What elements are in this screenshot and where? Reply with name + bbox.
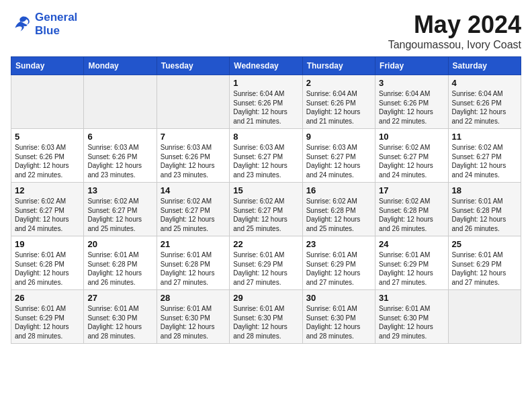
day-number: 22 [233,239,298,249]
day-number: 23 [306,239,371,249]
calendar-cell: 22Sunrise: 6:01 AM Sunset: 6:29 PM Dayli… [230,236,302,290]
day-info: Sunrise: 6:01 AM Sunset: 6:28 PM Dayligh… [161,250,226,287]
calendar-cell: 24Sunrise: 6:01 AM Sunset: 6:29 PM Dayli… [375,236,448,290]
page-header: General Blue May 2024 Tangoumassou, Ivor… [11,11,521,51]
day-number: 6 [87,132,152,142]
calendar-week-row: 12Sunrise: 6:02 AM Sunset: 6:27 PM Dayli… [11,183,521,236]
calendar-cell: 3Sunrise: 6:04 AM Sunset: 6:26 PM Daylig… [375,75,448,129]
day-info: Sunrise: 6:02 AM Sunset: 6:28 PM Dayligh… [379,197,444,233]
calendar-cell: 2Sunrise: 6:04 AM Sunset: 6:26 PM Daylig… [302,75,375,129]
header-wednesday: Wednesday [230,57,302,75]
calendar-cell: 23Sunrise: 6:01 AM Sunset: 6:29 PM Dayli… [302,236,375,290]
calendar-cell: 29Sunrise: 6:01 AM Sunset: 6:30 PM Dayli… [230,290,302,344]
day-info: Sunrise: 6:01 AM Sunset: 6:30 PM Dayligh… [306,304,371,340]
calendar-header-row: SundayMondayTuesdayWednesdayThursdayFrid… [11,57,521,75]
day-info: Sunrise: 6:04 AM Sunset: 6:26 PM Dayligh… [306,89,371,126]
calendar-cell: 14Sunrise: 6:02 AM Sunset: 6:27 PM Dayli… [157,183,229,236]
logo-bird-icon [11,15,32,34]
day-info: Sunrise: 6:01 AM Sunset: 6:29 PM Dayligh… [233,250,298,287]
day-info: Sunrise: 6:04 AM Sunset: 6:26 PM Dayligh… [233,89,298,126]
day-info: Sunrise: 6:02 AM Sunset: 6:27 PM Dayligh… [233,197,298,233]
day-info: Sunrise: 6:02 AM Sunset: 6:27 PM Dayligh… [15,197,80,233]
day-number: 9 [306,132,371,142]
day-info: Sunrise: 6:03 AM Sunset: 6:26 PM Dayligh… [87,143,152,179]
day-number: 11 [452,132,517,142]
day-info: Sunrise: 6:02 AM Sunset: 6:27 PM Dayligh… [161,197,226,233]
day-info: Sunrise: 6:01 AM Sunset: 6:30 PM Dayligh… [87,304,152,340]
day-number: 14 [161,185,226,195]
day-number: 19 [15,239,80,249]
day-info: Sunrise: 6:04 AM Sunset: 6:26 PM Dayligh… [452,89,517,126]
calendar-cell: 21Sunrise: 6:01 AM Sunset: 6:28 PM Dayli… [157,236,229,290]
day-number: 31 [379,293,444,303]
calendar-cell: 9Sunrise: 6:03 AM Sunset: 6:27 PM Daylig… [302,129,375,183]
logo-text: General Blue [35,11,77,38]
calendar-cell: 25Sunrise: 6:01 AM Sunset: 6:29 PM Dayli… [448,236,521,290]
day-info: Sunrise: 6:01 AM Sunset: 6:29 PM Dayligh… [306,250,371,287]
calendar-cell [84,75,157,129]
calendar-cell: 17Sunrise: 6:02 AM Sunset: 6:28 PM Dayli… [375,183,448,236]
day-info: Sunrise: 6:01 AM Sunset: 6:29 PM Dayligh… [379,250,444,287]
day-info: Sunrise: 6:01 AM Sunset: 6:28 PM Dayligh… [452,197,517,233]
day-info: Sunrise: 6:02 AM Sunset: 6:27 PM Dayligh… [379,143,444,179]
day-number: 10 [379,132,444,142]
logo: General Blue [11,11,77,38]
day-number: 7 [161,132,226,142]
calendar-week-row: 5Sunrise: 6:03 AM Sunset: 6:26 PM Daylig… [11,129,521,183]
calendar-cell: 31Sunrise: 6:01 AM Sunset: 6:30 PM Dayli… [375,290,448,344]
calendar-cell: 8Sunrise: 6:03 AM Sunset: 6:27 PM Daylig… [230,129,302,183]
day-info: Sunrise: 6:01 AM Sunset: 6:29 PM Dayligh… [15,304,80,340]
calendar-cell: 18Sunrise: 6:01 AM Sunset: 6:28 PM Dayli… [448,183,521,236]
header-saturday: Saturday [448,57,521,75]
calendar-cell [11,75,84,129]
calendar-cell: 4Sunrise: 6:04 AM Sunset: 6:26 PM Daylig… [448,75,521,129]
calendar-cell: 7Sunrise: 6:03 AM Sunset: 6:26 PM Daylig… [157,129,229,183]
calendar-cell: 11Sunrise: 6:02 AM Sunset: 6:27 PM Dayli… [448,129,521,183]
day-number: 1 [233,78,298,88]
calendar-cell: 5Sunrise: 6:03 AM Sunset: 6:26 PM Daylig… [11,129,84,183]
header-friday: Friday [375,57,448,75]
day-number: 26 [15,293,80,303]
day-number: 12 [15,185,80,195]
calendar-cell: 16Sunrise: 6:02 AM Sunset: 6:28 PM Dayli… [302,183,375,236]
day-number: 24 [379,239,444,249]
calendar-cell: 6Sunrise: 6:03 AM Sunset: 6:26 PM Daylig… [84,129,157,183]
day-info: Sunrise: 6:04 AM Sunset: 6:26 PM Dayligh… [379,89,444,126]
day-number: 17 [379,185,444,195]
day-number: 29 [233,293,298,303]
day-info: Sunrise: 6:02 AM Sunset: 6:27 PM Dayligh… [87,197,152,233]
day-info: Sunrise: 6:01 AM Sunset: 6:30 PM Dayligh… [379,304,444,340]
calendar-week-row: 26Sunrise: 6:01 AM Sunset: 6:29 PM Dayli… [11,290,521,344]
day-number: 18 [452,185,517,195]
calendar-cell: 13Sunrise: 6:02 AM Sunset: 6:27 PM Dayli… [84,183,157,236]
day-number: 2 [306,78,371,88]
calendar-cell: 10Sunrise: 6:02 AM Sunset: 6:27 PM Dayli… [375,129,448,183]
header-tuesday: Tuesday [157,57,229,75]
day-info: Sunrise: 6:03 AM Sunset: 6:26 PM Dayligh… [161,143,226,179]
calendar-table: SundayMondayTuesdayWednesdayThursdayFrid… [11,56,521,344]
day-number: 15 [233,185,298,195]
day-number: 5 [15,132,80,142]
day-info: Sunrise: 6:01 AM Sunset: 6:30 PM Dayligh… [233,304,298,340]
calendar-cell [448,290,521,344]
day-number: 4 [452,78,517,88]
calendar-cell: 15Sunrise: 6:02 AM Sunset: 6:27 PM Dayli… [230,183,302,236]
location-label: Tangoumassou, Ivory Coast [388,39,521,51]
calendar-cell: 26Sunrise: 6:01 AM Sunset: 6:29 PM Dayli… [11,290,84,344]
day-number: 28 [161,293,226,303]
day-number: 21 [161,239,226,249]
day-number: 8 [233,132,298,142]
calendar-cell: 20Sunrise: 6:01 AM Sunset: 6:28 PM Dayli… [84,236,157,290]
day-info: Sunrise: 6:02 AM Sunset: 6:27 PM Dayligh… [452,143,517,179]
calendar-cell: 12Sunrise: 6:02 AM Sunset: 6:27 PM Dayli… [11,183,84,236]
day-info: Sunrise: 6:01 AM Sunset: 6:29 PM Dayligh… [452,250,517,287]
day-number: 25 [452,239,517,249]
calendar-cell: 27Sunrise: 6:01 AM Sunset: 6:30 PM Dayli… [84,290,157,344]
day-number: 20 [87,239,152,249]
calendar-cell: 30Sunrise: 6:01 AM Sunset: 6:30 PM Dayli… [302,290,375,344]
calendar-cell [157,75,229,129]
header-monday: Monday [84,57,157,75]
calendar-title-area: May 2024 Tangoumassou, Ivory Coast [388,11,521,51]
day-number: 16 [306,185,371,195]
day-number: 13 [87,185,152,195]
